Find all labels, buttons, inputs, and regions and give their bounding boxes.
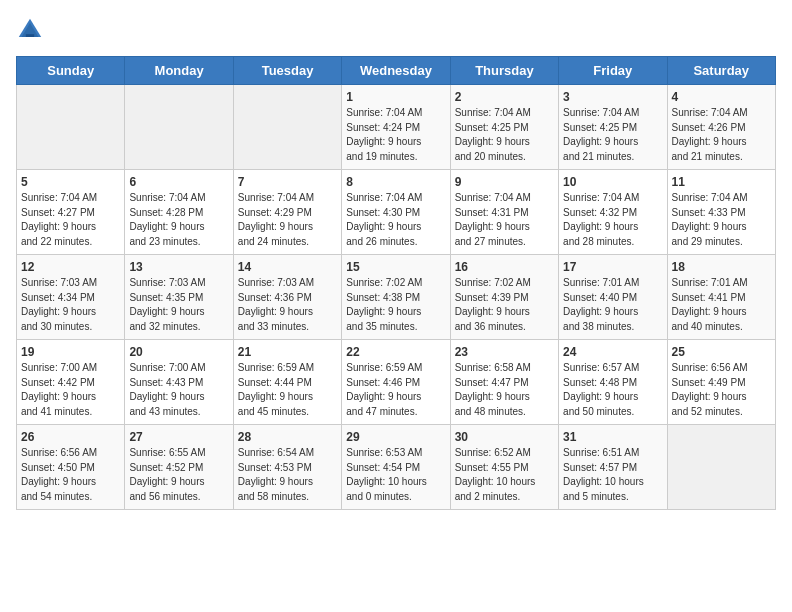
day-number: 15 <box>346 260 445 274</box>
day-number: 28 <box>238 430 337 444</box>
calendar-cell: 13Sunrise: 7:03 AM Sunset: 4:35 PM Dayli… <box>125 255 233 340</box>
day-number: 3 <box>563 90 662 104</box>
day-number: 19 <box>21 345 120 359</box>
calendar-cell: 23Sunrise: 6:58 AM Sunset: 4:47 PM Dayli… <box>450 340 558 425</box>
day-number: 26 <box>21 430 120 444</box>
day-info: Sunrise: 6:52 AM Sunset: 4:55 PM Dayligh… <box>455 446 554 504</box>
day-number: 18 <box>672 260 771 274</box>
day-number: 21 <box>238 345 337 359</box>
day-info: Sunrise: 7:04 AM Sunset: 4:29 PM Dayligh… <box>238 191 337 249</box>
day-info: Sunrise: 7:04 AM Sunset: 4:27 PM Dayligh… <box>21 191 120 249</box>
calendar-week-row: 5Sunrise: 7:04 AM Sunset: 4:27 PM Daylig… <box>17 170 776 255</box>
day-number: 9 <box>455 175 554 189</box>
calendar-cell: 14Sunrise: 7:03 AM Sunset: 4:36 PM Dayli… <box>233 255 341 340</box>
calendar-cell: 30Sunrise: 6:52 AM Sunset: 4:55 PM Dayli… <box>450 425 558 510</box>
day-number: 4 <box>672 90 771 104</box>
calendar-cell: 28Sunrise: 6:54 AM Sunset: 4:53 PM Dayli… <box>233 425 341 510</box>
calendar-week-row: 19Sunrise: 7:00 AM Sunset: 4:42 PM Dayli… <box>17 340 776 425</box>
calendar-cell: 5Sunrise: 7:04 AM Sunset: 4:27 PM Daylig… <box>17 170 125 255</box>
calendar-cell: 4Sunrise: 7:04 AM Sunset: 4:26 PM Daylig… <box>667 85 775 170</box>
calendar-cell: 2Sunrise: 7:04 AM Sunset: 4:25 PM Daylig… <box>450 85 558 170</box>
calendar-cell <box>17 85 125 170</box>
day-info: Sunrise: 7:04 AM Sunset: 4:28 PM Dayligh… <box>129 191 228 249</box>
svg-rect-2 <box>26 34 34 37</box>
calendar-cell: 9Sunrise: 7:04 AM Sunset: 4:31 PM Daylig… <box>450 170 558 255</box>
day-number: 31 <box>563 430 662 444</box>
calendar-cell: 11Sunrise: 7:04 AM Sunset: 4:33 PM Dayli… <box>667 170 775 255</box>
day-info: Sunrise: 6:53 AM Sunset: 4:54 PM Dayligh… <box>346 446 445 504</box>
day-number: 24 <box>563 345 662 359</box>
day-number: 16 <box>455 260 554 274</box>
day-number: 13 <box>129 260 228 274</box>
calendar-cell: 27Sunrise: 6:55 AM Sunset: 4:52 PM Dayli… <box>125 425 233 510</box>
day-number: 11 <box>672 175 771 189</box>
calendar-cell: 21Sunrise: 6:59 AM Sunset: 4:44 PM Dayli… <box>233 340 341 425</box>
day-info: Sunrise: 7:04 AM Sunset: 4:25 PM Dayligh… <box>563 106 662 164</box>
calendar-cell: 15Sunrise: 7:02 AM Sunset: 4:38 PM Dayli… <box>342 255 450 340</box>
calendar-cell: 1Sunrise: 7:04 AM Sunset: 4:24 PM Daylig… <box>342 85 450 170</box>
day-info: Sunrise: 7:03 AM Sunset: 4:36 PM Dayligh… <box>238 276 337 334</box>
day-number: 29 <box>346 430 445 444</box>
calendar-cell: 20Sunrise: 7:00 AM Sunset: 4:43 PM Dayli… <box>125 340 233 425</box>
day-header-sunday: Sunday <box>17 57 125 85</box>
day-number: 20 <box>129 345 228 359</box>
calendar-header-row: SundayMondayTuesdayWednesdayThursdayFrid… <box>17 57 776 85</box>
day-header-wednesday: Wednesday <box>342 57 450 85</box>
day-info: Sunrise: 7:04 AM Sunset: 4:24 PM Dayligh… <box>346 106 445 164</box>
calendar-cell: 3Sunrise: 7:04 AM Sunset: 4:25 PM Daylig… <box>559 85 667 170</box>
calendar-week-row: 1Sunrise: 7:04 AM Sunset: 4:24 PM Daylig… <box>17 85 776 170</box>
calendar-cell: 8Sunrise: 7:04 AM Sunset: 4:30 PM Daylig… <box>342 170 450 255</box>
day-number: 1 <box>346 90 445 104</box>
day-number: 25 <box>672 345 771 359</box>
calendar-week-row: 12Sunrise: 7:03 AM Sunset: 4:34 PM Dayli… <box>17 255 776 340</box>
day-number: 8 <box>346 175 445 189</box>
day-info: Sunrise: 7:04 AM Sunset: 4:26 PM Dayligh… <box>672 106 771 164</box>
logo <box>16 16 48 44</box>
calendar-cell: 18Sunrise: 7:01 AM Sunset: 4:41 PM Dayli… <box>667 255 775 340</box>
day-info: Sunrise: 6:56 AM Sunset: 4:50 PM Dayligh… <box>21 446 120 504</box>
day-info: Sunrise: 7:00 AM Sunset: 4:42 PM Dayligh… <box>21 361 120 419</box>
day-info: Sunrise: 6:59 AM Sunset: 4:44 PM Dayligh… <box>238 361 337 419</box>
calendar-cell: 19Sunrise: 7:00 AM Sunset: 4:42 PM Dayli… <box>17 340 125 425</box>
day-info: Sunrise: 7:02 AM Sunset: 4:39 PM Dayligh… <box>455 276 554 334</box>
day-number: 30 <box>455 430 554 444</box>
day-header-tuesday: Tuesday <box>233 57 341 85</box>
day-number: 7 <box>238 175 337 189</box>
calendar-cell <box>667 425 775 510</box>
day-number: 22 <box>346 345 445 359</box>
day-number: 12 <box>21 260 120 274</box>
calendar-cell: 17Sunrise: 7:01 AM Sunset: 4:40 PM Dayli… <box>559 255 667 340</box>
day-info: Sunrise: 7:02 AM Sunset: 4:38 PM Dayligh… <box>346 276 445 334</box>
calendar-cell: 22Sunrise: 6:59 AM Sunset: 4:46 PM Dayli… <box>342 340 450 425</box>
day-info: Sunrise: 7:01 AM Sunset: 4:41 PM Dayligh… <box>672 276 771 334</box>
day-info: Sunrise: 6:51 AM Sunset: 4:57 PM Dayligh… <box>563 446 662 504</box>
day-info: Sunrise: 6:54 AM Sunset: 4:53 PM Dayligh… <box>238 446 337 504</box>
calendar-cell: 12Sunrise: 7:03 AM Sunset: 4:34 PM Dayli… <box>17 255 125 340</box>
calendar-cell: 31Sunrise: 6:51 AM Sunset: 4:57 PM Dayli… <box>559 425 667 510</box>
calendar-table: SundayMondayTuesdayWednesdayThursdayFrid… <box>16 56 776 510</box>
day-info: Sunrise: 6:58 AM Sunset: 4:47 PM Dayligh… <box>455 361 554 419</box>
day-header-saturday: Saturday <box>667 57 775 85</box>
day-info: Sunrise: 7:04 AM Sunset: 4:33 PM Dayligh… <box>672 191 771 249</box>
day-info: Sunrise: 7:04 AM Sunset: 4:32 PM Dayligh… <box>563 191 662 249</box>
calendar-cell: 10Sunrise: 7:04 AM Sunset: 4:32 PM Dayli… <box>559 170 667 255</box>
day-info: Sunrise: 6:59 AM Sunset: 4:46 PM Dayligh… <box>346 361 445 419</box>
day-info: Sunrise: 7:03 AM Sunset: 4:34 PM Dayligh… <box>21 276 120 334</box>
day-info: Sunrise: 6:56 AM Sunset: 4:49 PM Dayligh… <box>672 361 771 419</box>
logo-icon <box>16 16 44 44</box>
day-info: Sunrise: 6:55 AM Sunset: 4:52 PM Dayligh… <box>129 446 228 504</box>
calendar-cell: 26Sunrise: 6:56 AM Sunset: 4:50 PM Dayli… <box>17 425 125 510</box>
calendar-cell <box>233 85 341 170</box>
day-info: Sunrise: 7:00 AM Sunset: 4:43 PM Dayligh… <box>129 361 228 419</box>
day-info: Sunrise: 7:01 AM Sunset: 4:40 PM Dayligh… <box>563 276 662 334</box>
day-header-thursday: Thursday <box>450 57 558 85</box>
calendar-cell: 16Sunrise: 7:02 AM Sunset: 4:39 PM Dayli… <box>450 255 558 340</box>
calendar-cell: 29Sunrise: 6:53 AM Sunset: 4:54 PM Dayli… <box>342 425 450 510</box>
calendar-cell: 6Sunrise: 7:04 AM Sunset: 4:28 PM Daylig… <box>125 170 233 255</box>
day-info: Sunrise: 6:57 AM Sunset: 4:48 PM Dayligh… <box>563 361 662 419</box>
calendar-cell: 24Sunrise: 6:57 AM Sunset: 4:48 PM Dayli… <box>559 340 667 425</box>
day-info: Sunrise: 7:04 AM Sunset: 4:30 PM Dayligh… <box>346 191 445 249</box>
day-number: 27 <box>129 430 228 444</box>
calendar-week-row: 26Sunrise: 6:56 AM Sunset: 4:50 PM Dayli… <box>17 425 776 510</box>
day-info: Sunrise: 7:03 AM Sunset: 4:35 PM Dayligh… <box>129 276 228 334</box>
